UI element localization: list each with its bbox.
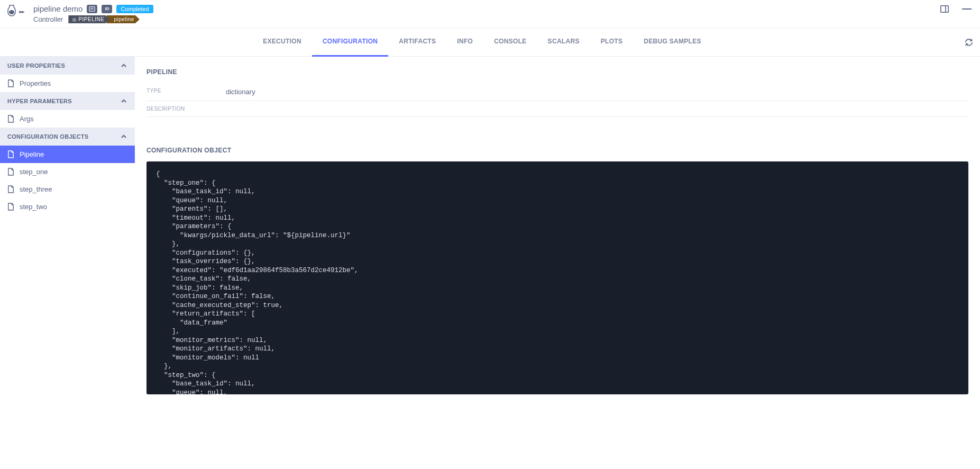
- status-badge: Completed: [116, 5, 153, 13]
- description-icon[interactable]: [87, 5, 97, 13]
- panel-toggle-icon[interactable]: [940, 4, 949, 14]
- sidebar-item-properties[interactable]: Properties: [0, 75, 135, 92]
- tab-scalars[interactable]: SCALARS: [537, 28, 590, 57]
- sidebar-section-configuration-objects[interactable]: CONFIGURATION OBJECTS: [0, 128, 135, 146]
- svg-rect-1: [89, 6, 95, 11]
- sidebar-item-step_two[interactable]: step_two: [0, 198, 135, 215]
- section-title-config: CONFIGURATION OBJECT: [146, 147, 968, 154]
- chevron-up-icon: [120, 133, 127, 140]
- refresh-icon[interactable]: [964, 38, 974, 47]
- menu-icon[interactable]: [962, 4, 972, 14]
- sidebar-item-args[interactable]: Args: [0, 110, 135, 128]
- file-icon: [7, 168, 14, 176]
- section-title-pipeline: PIPELINE: [146, 68, 968, 76]
- chevron-up-icon: [120, 97, 127, 105]
- file-icon: [7, 150, 14, 158]
- tag-name[interactable]: pipeline: [106, 15, 139, 23]
- configuration-code-block[interactable]: { "step_one": { "base_task_id": null, "q…: [146, 161, 968, 394]
- sidebar-section-user-properties[interactable]: USER PROPERTIES: [0, 57, 135, 75]
- sidebar: USER PROPERTIESPropertiesHYPER PARAMETER…: [0, 57, 135, 469]
- sidebar-item-pipeline[interactable]: Pipeline: [0, 146, 135, 163]
- file-icon: [7, 203, 14, 211]
- app-logo-icon: [5, 4, 18, 19]
- tab-info[interactable]: INFO: [446, 28, 483, 57]
- breadcrumb-root[interactable]: ▸▸▸: [5, 4, 24, 19]
- sidebar-item-step_one[interactable]: step_one: [0, 163, 135, 181]
- tab-debug-samples[interactable]: DEBUG SAMPLES: [633, 28, 712, 57]
- tab-execution[interactable]: EXECUTION: [252, 28, 312, 57]
- page-title: pipeline demo: [33, 4, 83, 13]
- tab-artifacts[interactable]: ARTIFACTS: [388, 28, 446, 57]
- tab-configuration[interactable]: CONFIGURATION: [312, 28, 388, 57]
- meta-label-type: TYPE: [146, 88, 226, 96]
- meta-value-type: dictionary: [226, 88, 255, 96]
- file-icon: [7, 115, 14, 123]
- breadcrumb-arrows-icon: ▸▸▸: [19, 9, 24, 14]
- meta-label-desc: DESCRIPTION: [146, 106, 226, 112]
- svg-rect-4: [941, 6, 948, 13]
- chevron-up-icon: [120, 62, 127, 69]
- meta-row-desc: DESCRIPTION: [146, 101, 968, 117]
- topbar: ▸▸▸ pipeline demo ID Completed Controlle…: [0, 0, 980, 28]
- sidebar-section-hyper-parameters[interactable]: HYPER PARAMETERS: [0, 92, 135, 110]
- tab-console[interactable]: CONSOLE: [483, 28, 537, 57]
- file-icon: [7, 185, 14, 193]
- svg-point-0: [9, 10, 14, 14]
- file-icon: [7, 79, 14, 87]
- tag-category[interactable]: PIPELINE: [68, 15, 109, 23]
- tabs-row: EXECUTIONCONFIGURATIONARTIFACTSINFOCONSO…: [0, 28, 980, 57]
- sidebar-item-step_three[interactable]: step_three: [0, 181, 135, 198]
- main-content: PIPELINE TYPE dictionary DESCRIPTION CON…: [135, 57, 980, 469]
- tab-plots[interactable]: PLOTS: [590, 28, 634, 57]
- meta-row-type: TYPE dictionary: [146, 83, 968, 101]
- id-badge[interactable]: ID: [102, 5, 112, 13]
- subtitle: Controller: [33, 15, 63, 23]
